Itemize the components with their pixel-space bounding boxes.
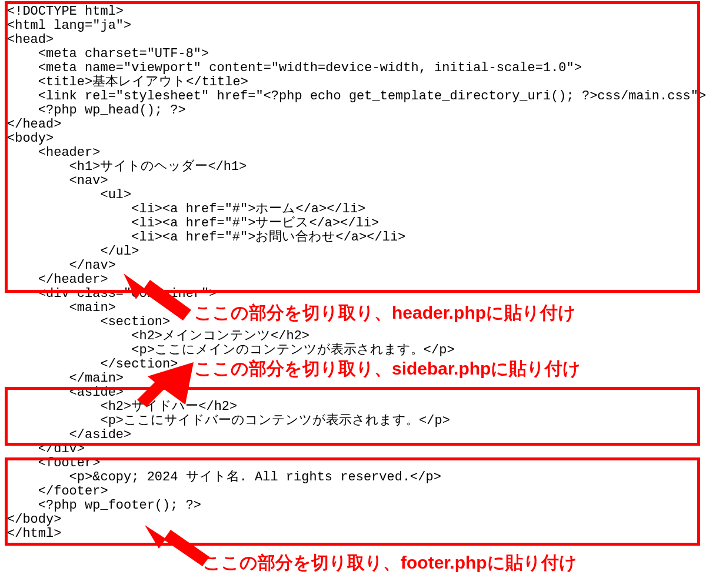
header-section-box [5,1,700,293]
arrow-icon [132,360,197,407]
arrow-icon [140,520,211,567]
sidebar-annotation: ここの部分を切り取り、sidebar.phpに貼り付け [194,362,581,376]
svg-marker-2 [145,525,209,566]
footer-section-box [5,457,700,546]
svg-marker-0 [124,273,191,320]
footer-annotation: ここの部分を切り取り、footer.phpに貼り付け [203,556,577,570]
arrow-icon [118,268,194,320]
header-annotation: ここの部分を切り取り、header.phpに貼り付け [194,306,576,320]
svg-marker-1 [137,362,194,407]
sidebar-section-box [5,387,700,446]
